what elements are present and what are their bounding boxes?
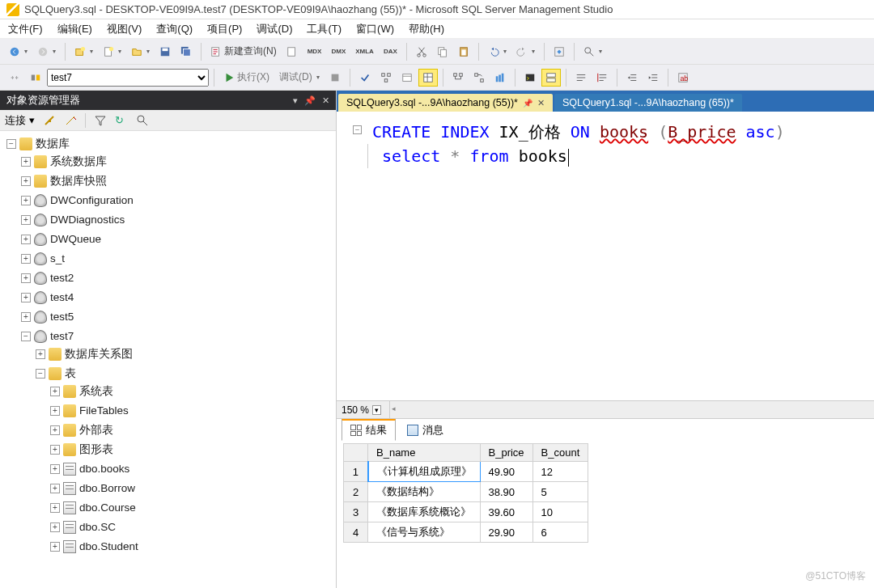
table-row[interactable]: 3《数据库系统概论》39.6010 bbox=[344, 502, 588, 522]
menu-help[interactable]: 帮助(H) bbox=[409, 22, 444, 36]
close-icon[interactable]: ✕ bbox=[537, 98, 545, 108]
open-button[interactable]: ▾ bbox=[127, 43, 154, 61]
cell[interactable]: 《数据结构》 bbox=[368, 482, 481, 502]
cell[interactable]: 《计算机组成原理》 bbox=[368, 462, 481, 482]
query-options-button[interactable] bbox=[397, 69, 417, 87]
tree-node[interactable]: +test5 bbox=[21, 309, 336, 325]
find-button[interactable]: ▾ bbox=[579, 43, 606, 61]
outdent-button[interactable] bbox=[643, 69, 663, 87]
row-number[interactable]: 4 bbox=[344, 522, 368, 543]
expand-icon[interactable]: + bbox=[21, 176, 31, 186]
new-project-button[interactable]: ▾ bbox=[70, 43, 97, 61]
execute-button[interactable]: 执行(X) bbox=[219, 69, 274, 87]
expand-icon[interactable]: + bbox=[50, 406, 60, 416]
tree-node[interactable]: +数据库关系图 bbox=[36, 346, 336, 362]
disconnect-icon[interactable] bbox=[64, 114, 77, 127]
tree-node[interactable]: +系统数据库 bbox=[21, 154, 336, 170]
tree-node[interactable]: −test7 bbox=[21, 328, 336, 345]
tree-node[interactable]: +test4 bbox=[21, 290, 336, 306]
expand-icon[interactable]: + bbox=[50, 425, 60, 435]
specify-values-button[interactable]: ab bbox=[673, 69, 693, 87]
tree-node[interactable]: +DWQueue bbox=[21, 231, 336, 247]
row-number[interactable]: 3 bbox=[344, 502, 368, 522]
cell[interactable]: 39.60 bbox=[480, 502, 532, 522]
panel-close-icon[interactable]: ✕ bbox=[322, 95, 329, 106]
database-selector[interactable]: test7 bbox=[47, 69, 209, 87]
results-grid[interactable]: B_nameB_priceB_count 1《计算机组成原理》49.90122《… bbox=[343, 443, 588, 543]
sqlcmd-button[interactable] bbox=[520, 69, 540, 87]
expand-icon[interactable]: + bbox=[21, 235, 31, 244]
table-row[interactable]: 1《计算机组成原理》49.9012 bbox=[344, 462, 588, 482]
cell[interactable]: 6 bbox=[532, 522, 588, 543]
undo-button[interactable]: ▾ bbox=[484, 43, 511, 61]
cell[interactable]: 38.90 bbox=[480, 482, 532, 502]
tree-node[interactable]: +dbo.Borrow bbox=[50, 480, 336, 497]
tree-node[interactable]: +test2 bbox=[21, 270, 336, 286]
tree-node[interactable]: +dbo.books bbox=[50, 461, 336, 477]
results-to-grid-button[interactable] bbox=[418, 69, 438, 87]
cell[interactable]: 《信号与系统》 bbox=[368, 522, 481, 543]
expand-icon[interactable]: + bbox=[50, 387, 60, 396]
client-stats-button[interactable] bbox=[490, 69, 510, 87]
expand-icon[interactable]: + bbox=[21, 157, 31, 167]
change-connection-button[interactable] bbox=[5, 69, 24, 87]
comment-button[interactable] bbox=[571, 69, 591, 87]
include-actual-plan-button[interactable] bbox=[448, 69, 468, 87]
table-row[interactable]: 2《数据结构》38.905 bbox=[344, 482, 588, 502]
new-query-button[interactable]: 新建查询(N) bbox=[206, 43, 281, 61]
search-icon[interactable] bbox=[136, 114, 149, 127]
tree-node[interactable]: +DWDiagnostics bbox=[21, 212, 336, 228]
script-dmx-button[interactable]: DMX bbox=[327, 43, 350, 61]
tree-node[interactable]: −表 bbox=[36, 366, 336, 382]
cell[interactable]: 10 bbox=[532, 502, 588, 522]
expand-icon[interactable]: + bbox=[36, 349, 45, 359]
sql-editor[interactable]: − CREATE INDEX IX_价格 ON books (B_price a… bbox=[337, 112, 874, 401]
properties-button[interactable] bbox=[549, 43, 569, 61]
panel-menu-icon[interactable]: ▾ bbox=[293, 95, 298, 106]
menu-view[interactable]: 视图(V) bbox=[107, 22, 142, 36]
editor-tab-active[interactable]: SQLQuery3.sql -...9A\haozhang (55))* 📌 ✕ bbox=[338, 94, 553, 112]
panel-pin-icon[interactable]: 📌 bbox=[304, 95, 316, 106]
redo-button[interactable]: ▾ bbox=[512, 43, 539, 61]
expand-icon[interactable]: + bbox=[50, 445, 60, 455]
cut-button[interactable] bbox=[412, 43, 431, 61]
expand-icon[interactable]: + bbox=[21, 273, 31, 283]
expand-icon[interactable]: + bbox=[21, 215, 31, 225]
expand-icon[interactable]: + bbox=[21, 293, 31, 302]
column-header[interactable]: B_price bbox=[480, 444, 532, 462]
script-dax-button[interactable]: DAX bbox=[380, 43, 401, 61]
toggle-button[interactable] bbox=[26, 69, 45, 87]
expand-icon[interactable]: + bbox=[21, 254, 31, 264]
pin-icon[interactable]: 📌 bbox=[523, 99, 532, 108]
results-pane[interactable]: B_nameB_priceB_count 1《计算机组成原理》49.90122《… bbox=[337, 440, 874, 588]
copy-button[interactable] bbox=[433, 43, 452, 61]
expand-icon[interactable]: + bbox=[50, 542, 60, 552]
editor-tab-inactive[interactable]: SQLQuery1.sql -...9A\haozhang (65))* bbox=[554, 94, 742, 112]
tree-node[interactable]: +FileTables bbox=[50, 403, 336, 419]
expand-icon[interactable]: − bbox=[21, 332, 31, 341]
column-header[interactable]: B_name bbox=[368, 444, 481, 462]
new-file-button[interactable]: ▾ bbox=[99, 43, 125, 61]
display-plan-button[interactable] bbox=[376, 69, 396, 87]
menu-tools[interactable]: 工具(T) bbox=[307, 22, 342, 36]
row-number[interactable]: 1 bbox=[344, 462, 368, 482]
cell[interactable]: 49.90 bbox=[480, 462, 532, 482]
cell[interactable]: 5 bbox=[532, 482, 588, 502]
tree-node[interactable]: +dbo.Course bbox=[50, 500, 336, 516]
tree-node[interactable]: +s_t bbox=[21, 251, 336, 267]
menu-window[interactable]: 窗口(W) bbox=[356, 22, 394, 36]
menu-query[interactable]: 查询(Q) bbox=[156, 22, 193, 36]
expand-icon[interactable]: + bbox=[21, 312, 31, 322]
live-stats-button[interactable] bbox=[469, 69, 489, 87]
tab-results[interactable]: 结果 bbox=[342, 419, 396, 441]
table-row[interactable]: 4《信号与系统》29.906 bbox=[344, 522, 588, 543]
script-mdx-button[interactable]: MDX bbox=[303, 43, 326, 61]
cell[interactable]: 12 bbox=[532, 462, 588, 482]
filter-icon[interactable] bbox=[94, 114, 107, 127]
tree-node[interactable]: +数据库快照 bbox=[21, 173, 336, 189]
menu-project[interactable]: 项目(P) bbox=[207, 22, 242, 36]
expand-icon[interactable]: + bbox=[50, 503, 60, 513]
cell[interactable]: 《数据库系统概论》 bbox=[368, 502, 481, 522]
tree-node[interactable]: +系统表 bbox=[50, 383, 336, 400]
uncomment-button[interactable] bbox=[592, 69, 612, 87]
